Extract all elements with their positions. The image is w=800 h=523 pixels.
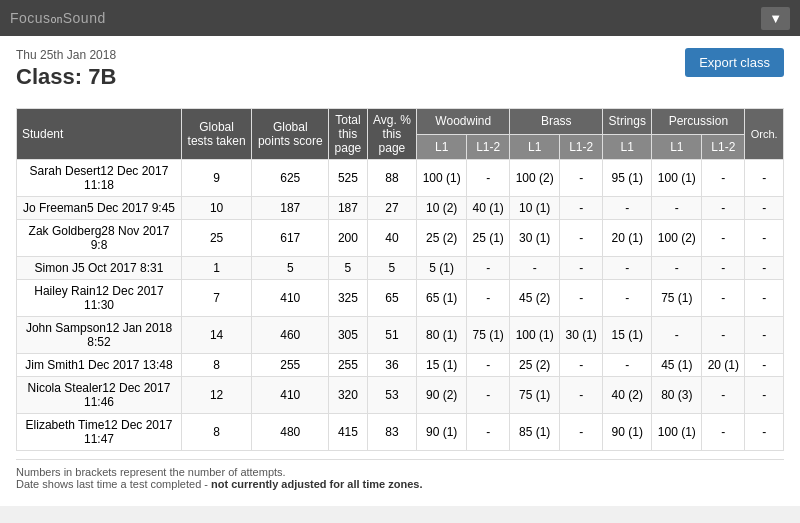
ww-l1-cell: 90 (1) <box>417 414 467 451</box>
col-header-avg: Avg. %thispage <box>367 109 417 160</box>
global-points-cell: 5 <box>252 257 329 280</box>
orch-cell: - <box>745 377 784 414</box>
str-l1-cell: 20 (1) <box>603 220 652 257</box>
global-points-cell: 480 <box>252 414 329 451</box>
student-cell: Sarah Desert12 Dec 2017 11:18 <box>17 160 182 197</box>
perc-l12-cell: - <box>702 257 745 280</box>
ww-l12-cell: - <box>467 160 510 197</box>
br-l12-cell: - <box>560 280 603 317</box>
total-page-cell: 415 <box>329 414 367 451</box>
avg-page-cell: 53 <box>367 377 417 414</box>
br-l1-header: L1 <box>510 134 560 160</box>
total-page-cell: 187 <box>329 197 367 220</box>
footer-note: Numbers in brackets represent the number… <box>16 459 784 490</box>
export-class-button[interactable]: Export class <box>685 48 784 77</box>
ww-l1-cell: 25 (2) <box>417 220 467 257</box>
br-l12-cell: - <box>560 220 603 257</box>
ww-l1-cell: 80 (1) <box>417 317 467 354</box>
global-points-cell: 410 <box>252 280 329 317</box>
avg-page-cell: 5 <box>367 257 417 280</box>
perc-l1-cell: 80 (3) <box>652 377 702 414</box>
col-header-percussion: Percussion <box>652 109 745 135</box>
str-l1-cell: - <box>603 257 652 280</box>
perc-l12-cell: 20 (1) <box>702 354 745 377</box>
table-row: Simon J5 Oct 2017 8:3115555 (1)------- <box>17 257 784 280</box>
header-dropdown-button[interactable]: ▼ <box>761 7 790 30</box>
avg-page-cell: 51 <box>367 317 417 354</box>
br-l1-cell: 30 (1) <box>510 220 560 257</box>
br-l1-cell: 85 (1) <box>510 414 560 451</box>
perc-l12-header: L1-2 <box>702 134 745 160</box>
br-l12-cell: 30 (1) <box>560 317 603 354</box>
global-tests-cell: 10 <box>182 197 252 220</box>
str-l1-header: L1 <box>603 134 652 160</box>
perc-l12-cell: - <box>702 280 745 317</box>
footer-note-line2: Date shows last time a test completed - … <box>16 478 784 490</box>
ww-l12-cell: - <box>467 257 510 280</box>
col-header-strings: Strings <box>603 109 652 135</box>
global-tests-cell: 12 <box>182 377 252 414</box>
global-tests-cell: 7 <box>182 280 252 317</box>
ww-l1-cell: 10 (2) <box>417 197 467 220</box>
global-tests-cell: 1 <box>182 257 252 280</box>
br-l12-cell: - <box>560 414 603 451</box>
logo: FocusonSound <box>10 10 106 26</box>
avg-page-cell: 65 <box>367 280 417 317</box>
global-tests-cell: 8 <box>182 414 252 451</box>
date-label: Thu 25th Jan 2018 <box>16 48 116 62</box>
student-cell: Hailey Rain12 Dec 2017 11:30 <box>17 280 182 317</box>
avg-page-cell: 88 <box>367 160 417 197</box>
col-header-woodwind: Woodwind <box>417 109 510 135</box>
ww-l1-header: L1 <box>417 134 467 160</box>
global-tests-cell: 8 <box>182 354 252 377</box>
ww-l12-cell: 40 (1) <box>467 197 510 220</box>
col-header-global-points: Globalpoints score <box>252 109 329 160</box>
total-page-cell: 5 <box>329 257 367 280</box>
student-cell: Zak Goldberg28 Nov 2017 9:8 <box>17 220 182 257</box>
total-page-cell: 255 <box>329 354 367 377</box>
str-l1-cell: - <box>603 354 652 377</box>
table-body: Sarah Desert12 Dec 2017 11:1896255258810… <box>17 160 784 451</box>
total-page-cell: 525 <box>329 160 367 197</box>
br-l1-cell: 10 (1) <box>510 197 560 220</box>
br-l1-cell: 25 (2) <box>510 354 560 377</box>
br-l1-cell: 75 (1) <box>510 377 560 414</box>
br-l12-cell: - <box>560 257 603 280</box>
col-header-global-tests: Globaltests taken <box>182 109 252 160</box>
avg-page-cell: 83 <box>367 414 417 451</box>
perc-l1-cell: - <box>652 257 702 280</box>
global-points-cell: 625 <box>252 160 329 197</box>
global-points-cell: 617 <box>252 220 329 257</box>
student-cell: Jo Freeman5 Dec 2017 9:45 <box>17 197 182 220</box>
student-cell: Jim Smith1 Dec 2017 13:48 <box>17 354 182 377</box>
global-points-cell: 187 <box>252 197 329 220</box>
br-l1-cell: - <box>510 257 560 280</box>
orch-cell: - <box>745 257 784 280</box>
student-cell: Nicola Stealer12 Dec 2017 11:46 <box>17 377 182 414</box>
br-l1-cell: 100 (2) <box>510 160 560 197</box>
col-header-brass: Brass <box>510 109 603 135</box>
perc-l12-cell: - <box>702 160 745 197</box>
total-page-cell: 305 <box>329 317 367 354</box>
avg-page-cell: 27 <box>367 197 417 220</box>
perc-l1-cell: - <box>652 317 702 354</box>
orch-cell: - <box>745 354 784 377</box>
table-row: Zak Goldberg28 Nov 2017 9:8256172004025 … <box>17 220 784 257</box>
br-l12-cell: - <box>560 197 603 220</box>
perc-l1-cell: 100 (1) <box>652 414 702 451</box>
ww-l1-cell: 90 (2) <box>417 377 467 414</box>
str-l1-cell: 15 (1) <box>603 317 652 354</box>
page-content: Thu 25th Jan 2018 Class: 7B Export class… <box>0 36 800 506</box>
ww-l12-cell: 75 (1) <box>467 317 510 354</box>
perc-l12-cell: - <box>702 220 745 257</box>
perc-l12-cell: - <box>702 377 745 414</box>
student-cell: Elizabeth Time12 Dec 2017 11:47 <box>17 414 182 451</box>
ww-l1-cell: 15 (1) <box>417 354 467 377</box>
global-tests-cell: 9 <box>182 160 252 197</box>
col-header-orch: Orch. <box>745 109 784 160</box>
perc-l1-cell: - <box>652 197 702 220</box>
br-l12-cell: - <box>560 160 603 197</box>
br-l12-header: L1-2 <box>560 134 603 160</box>
table-row: Sarah Desert12 Dec 2017 11:1896255258810… <box>17 160 784 197</box>
orch-cell: - <box>745 280 784 317</box>
